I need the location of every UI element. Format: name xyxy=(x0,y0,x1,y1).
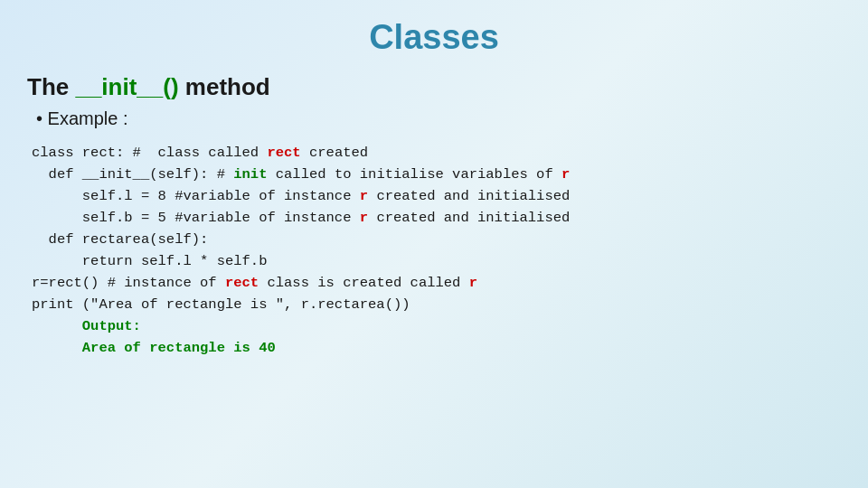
output-value-text: Area of rectangle is 40 xyxy=(32,340,276,356)
code-block: class rect: # class called rect created … xyxy=(32,142,841,359)
code-output-label: Output: xyxy=(32,315,841,337)
code-line-1-red: rect xyxy=(267,145,300,161)
code-line-2-mid: called to initialise variables of xyxy=(267,166,561,183)
code-output-value: Area of rectangle is 40 xyxy=(32,337,841,359)
code-line-3-end: created and initialised xyxy=(368,188,570,204)
code-line-6: return self.l * self.b xyxy=(32,250,841,272)
subtitle-suffix: method xyxy=(179,73,270,100)
subtitle-prefix: The xyxy=(27,73,75,100)
page-title: Classes xyxy=(27,18,841,57)
code-line-1: class rect: # class called rect created xyxy=(32,142,841,164)
subtitle: The __init__() method xyxy=(27,73,841,101)
code-line-1-end: created xyxy=(301,145,368,161)
code-line-2: def __init__(self): # init called to ini… xyxy=(32,164,841,185)
code-line-2-green: init xyxy=(233,166,267,183)
output-label-text: Output: xyxy=(32,318,141,334)
page-container: Classes The __init__() method • Example … xyxy=(0,0,868,488)
subtitle-method: __init__() xyxy=(75,73,178,100)
code-line-1-pre: class rect: # class called xyxy=(32,145,267,161)
code-line-3: self.l = 8 #variable of instance r creat… xyxy=(32,185,841,207)
code-line-8-text: print ("Area of rectangle is ", r.rectar… xyxy=(32,296,410,313)
code-line-5-text: def rectarea(self): xyxy=(32,231,208,248)
code-line-7-red: rect xyxy=(225,275,259,291)
code-line-8: print ("Area of rectangle is ", r.rectar… xyxy=(32,294,841,315)
code-line-3-pre: self.l = 8 #variable of instance xyxy=(32,188,360,204)
code-line-7-pre: r=rect() # instance of xyxy=(32,275,225,291)
code-line-4-end: created and initialised xyxy=(368,210,570,226)
code-line-2-pre: def __init__(self): # xyxy=(32,166,233,183)
code-line-2-red: r xyxy=(561,166,570,183)
code-line-7: r=rect() # instance of rect class is cre… xyxy=(32,272,841,294)
code-line-4-pre: self.b = 5 #variable of instance xyxy=(32,210,360,226)
code-line-6-text: return self.l * self.b xyxy=(32,253,267,269)
code-line-4: self.b = 5 #variable of instance r creat… xyxy=(32,207,841,229)
code-line-7-red2: r xyxy=(469,275,477,291)
code-line-3-red: r xyxy=(360,188,368,204)
bullet-point: • Example : xyxy=(36,108,841,129)
code-line-4-red: r xyxy=(360,210,368,226)
code-line-5: def rectarea(self): xyxy=(32,229,841,250)
code-line-7-mid: class is created called xyxy=(259,275,469,291)
